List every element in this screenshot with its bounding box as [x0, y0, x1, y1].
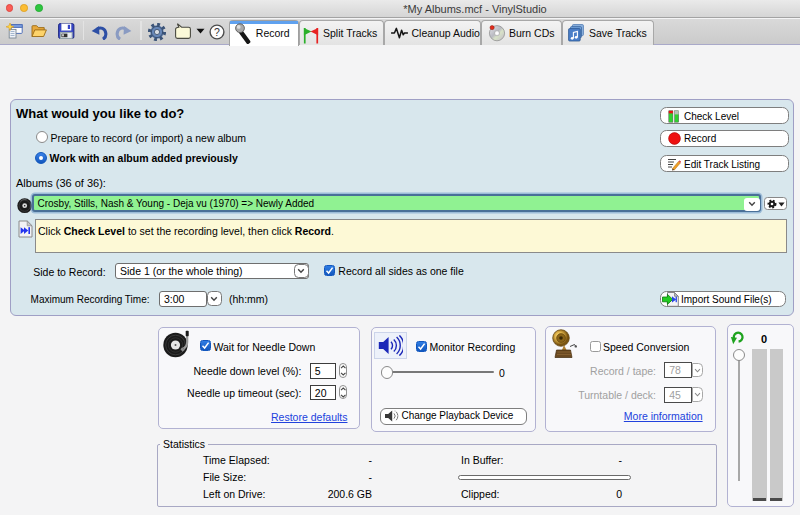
- svg-text:?: ?: [214, 26, 220, 38]
